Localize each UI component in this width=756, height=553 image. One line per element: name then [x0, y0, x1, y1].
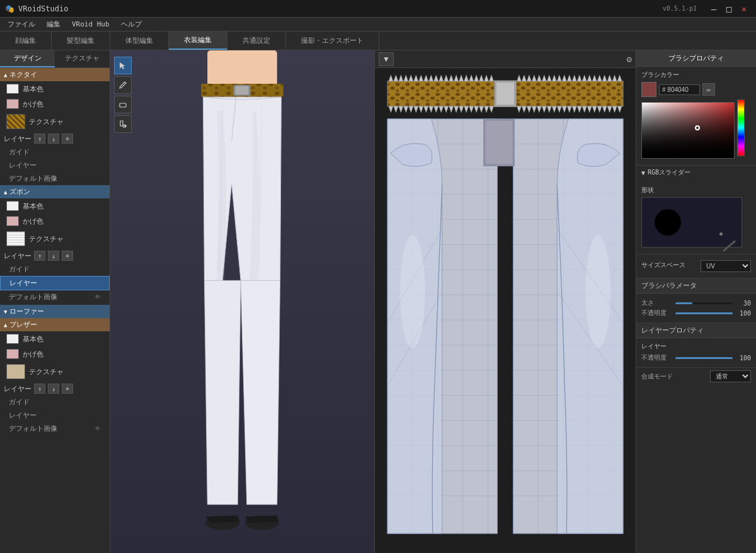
shape-preview[interactable] [641, 197, 742, 248]
tab-photo[interactable]: 撮影・エクスポート [286, 31, 379, 50]
tab-costume[interactable]: 衣装編集 [169, 31, 227, 50]
zubon-layer[interactable]: レイヤー [0, 276, 110, 290]
window-controls[interactable]: — □ ✕ [707, 2, 751, 16]
rgb-slider-label: RGBスライダー [648, 168, 690, 177]
section-arrow-loafer: ▼ [4, 309, 7, 315]
color-hex-input[interactable] [659, 84, 700, 95]
zubon-guide[interactable]: ガイド [0, 263, 110, 276]
brush-opacity-label: 不透明度 [641, 309, 673, 317]
section-zubon[interactable]: ▲ ズボン [0, 185, 110, 198]
section-loafer-label: ローファー [9, 307, 44, 316]
tab-hair[interactable]: 髪型編集 [52, 31, 110, 50]
size-space-select[interactable]: UV スクリーン [701, 260, 751, 272]
uv-canvas[interactable] [375, 68, 636, 553]
brush-line-indicator [723, 240, 736, 251]
blazer-layer-down[interactable]: ↓ [48, 384, 59, 394]
section-loafer[interactable]: ▼ ローファー [0, 305, 110, 318]
brush-opacity-value: 100 [735, 310, 751, 317]
necktie-texture[interactable]: テクスチャ [0, 111, 110, 132]
blazer-layer-label: レイヤー [4, 384, 32, 394]
zubon-eye-icon[interactable]: 👁 [94, 294, 101, 300]
minimize-button[interactable]: — [707, 2, 721, 16]
section-necktie[interactable]: ▲ ネクタイ [0, 68, 110, 81]
zubon-layer-add[interactable]: + [62, 251, 73, 261]
viewport-3d[interactable] [110, 50, 375, 553]
brush-size-slider[interactable] [675, 302, 733, 304]
close-button[interactable]: ✕ [737, 2, 751, 16]
menu-vroid-hub[interactable]: VRoid Hub [67, 19, 115, 30]
section-arrow-zubon: ▲ [4, 189, 7, 195]
brush-size-label: 太さ [641, 299, 673, 307]
left-tab-texture[interactable]: テクスチャ [55, 50, 110, 67]
blazer-shadow-color[interactable]: かげ色 [0, 346, 110, 362]
blazer-eye-icon[interactable]: 👁 [94, 425, 101, 432]
color-picker-area[interactable] [641, 100, 751, 161]
color-gradient[interactable] [641, 102, 735, 159]
hue-bar[interactable] [737, 100, 745, 156]
necktie-default-image[interactable]: デフォルト画像 [0, 172, 110, 185]
svg-rect-2 [207, 50, 277, 87]
tool-fill[interactable] [114, 115, 132, 133]
layer-opacity-slider[interactable] [675, 357, 733, 359]
eyedropper-button[interactable]: ✏ [702, 83, 715, 96]
menu-edit[interactable]: 編集 [42, 18, 66, 30]
tab-body[interactable]: 体型編集 [110, 31, 169, 50]
main-tabbar: 顔編集 髪型編集 体型編集 衣装編集 共通設定 撮影・エクスポート [0, 31, 756, 50]
uv-settings-icon[interactable]: ⚙ [627, 54, 632, 64]
zubon-layer-down[interactable]: ↓ [48, 251, 59, 261]
brush-opacity-row: 不透明度 100 [641, 309, 751, 317]
blend-mode-label: 合成モード [641, 372, 673, 381]
blazer-default-image[interactable]: デフォルト画像 👁 [0, 422, 110, 435]
left-panel: デザイン テクスチャ ▲ ネクタイ 基本色 かげ色 テクスチャ レイヤー ↑ ↓… [0, 50, 110, 553]
maximize-button[interactable]: □ [722, 2, 736, 16]
necktie-layer-down[interactable]: ↓ [48, 134, 59, 144]
zubon-base-color[interactable]: 基本色 [0, 198, 110, 214]
zubon-texture[interactable]: テクスチャ [0, 229, 110, 249]
zubon-shadow-swatch [6, 216, 19, 226]
svg-rect-0 [120, 103, 126, 107]
brush-opacity-slider[interactable] [675, 312, 733, 314]
blazer-layer-up[interactable]: ↑ [34, 384, 45, 394]
blazer-texture[interactable]: テクスチャ [0, 362, 110, 382]
blazer-layer-add[interactable]: + [62, 384, 73, 394]
blazer-layer[interactable]: レイヤー [0, 409, 110, 422]
color-preview-swatch[interactable] [641, 82, 656, 97]
shape-section: 形状 [636, 182, 756, 254]
brush-color-section: ブラシカラー ✏ [636, 67, 756, 166]
brush-size-row: 太さ 30 [641, 299, 751, 307]
zubon-shadow-color[interactable]: かげ色 [0, 214, 110, 229]
section-blazer[interactable]: ▲ ブレザー [0, 318, 110, 331]
brush-opacity-fill [675, 312, 733, 314]
uv-dropdown-btn[interactable]: ▼ [379, 52, 394, 66]
tool-pencil[interactable] [114, 76, 132, 94]
tab-common[interactable]: 共通設定 [227, 31, 286, 50]
blazer-texture-icon [6, 364, 25, 379]
necktie-layer-add[interactable]: + [62, 134, 73, 144]
size-space-label: サイズスペース [641, 261, 685, 270]
layer-opacity-value: 100 [735, 355, 751, 362]
necktie-layer[interactable]: レイヤー [0, 159, 110, 172]
tool-eraser[interactable] [114, 96, 132, 113]
zubon-layer-up[interactable]: ↑ [34, 251, 45, 261]
necktie-base-color[interactable]: 基本色 [0, 81, 110, 96]
svg-rect-148 [486, 121, 513, 164]
blend-mode-select[interactable]: 通常 乗算 スクリーン オーバーレイ [710, 370, 751, 382]
size-space-section: サイズスペース UV スクリーン [636, 254, 756, 278]
rgb-toggle[interactable]: ▼ RGBスライダー [641, 168, 751, 177]
menu-help[interactable]: ヘルプ [116, 18, 147, 30]
necktie-base-swatch [6, 84, 19, 94]
left-tab-design[interactable]: デザイン [0, 50, 55, 67]
color-cursor [695, 125, 700, 130]
layer-opacity-row: 不透明度 100 [641, 353, 751, 362]
zubon-layer-label: レイヤー [4, 251, 32, 261]
zubon-default-image[interactable]: デフォルト画像 👁 [0, 290, 110, 304]
necktie-layer-up[interactable]: ↑ [34, 134, 45, 144]
tab-face[interactable]: 顔編集 [0, 31, 52, 50]
necktie-shadow-color[interactable]: かげ色 [0, 96, 110, 111]
blazer-guide[interactable]: ガイド [0, 396, 110, 409]
necktie-guide[interactable]: ガイド [0, 145, 110, 159]
blazer-base-color[interactable]: 基本色 [0, 331, 110, 346]
tool-cursor[interactable] [114, 57, 132, 74]
section-necktie-label: ネクタイ [9, 70, 37, 79]
menu-file[interactable]: ファイル [3, 18, 40, 30]
